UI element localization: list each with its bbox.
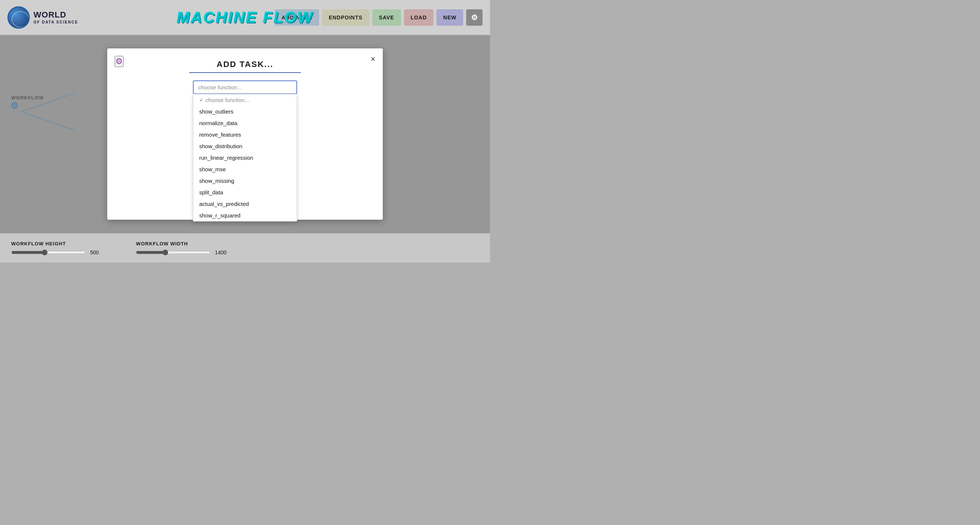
- dropdown-menu: choose function... show_outliers normali…: [193, 94, 297, 221]
- new-button[interactable]: NEW: [436, 9, 463, 26]
- app-title: MACHINE FLOW: [177, 9, 313, 26]
- dropdown-item-show-missing[interactable]: show_missing: [193, 175, 297, 186]
- dropdown-container: choose function... choose function... sh…: [193, 80, 297, 94]
- modal-dialog: ⚙ × ADD TASK... choose function... choos…: [107, 48, 383, 220]
- dropdown-item-normalize-data[interactable]: normalize_data: [193, 117, 297, 129]
- dropdown-item-run-linear-regression[interactable]: run_linear_regression: [193, 152, 297, 164]
- height-slider-row: 500: [11, 250, 99, 255]
- function-select[interactable]: choose function...: [193, 80, 297, 94]
- logo-subtitle: OF DATA SCIENCE: [33, 20, 78, 25]
- header: WORLD OF DATA SCIENCE MACHINE FLOW ADD N…: [0, 0, 490, 35]
- logo-world: WORLD: [33, 10, 78, 20]
- logo-text: WORLD OF DATA SCIENCE: [33, 10, 78, 24]
- endpoints-button[interactable]: ENDPOINTS: [322, 9, 369, 26]
- dropdown-item-placeholder[interactable]: choose function...: [193, 94, 297, 106]
- placeholder-text: choose function...: [205, 97, 250, 103]
- dropdown-item-show-outliers[interactable]: show_outliers: [193, 106, 297, 117]
- modal-gear-icon: ⚙: [115, 57, 123, 66]
- width-slider-row: 1400: [136, 250, 226, 255]
- width-slider[interactable]: [136, 250, 210, 255]
- logo-globe-icon: [8, 6, 30, 29]
- height-slider-group: WORKFLOW HEIGHT 500: [11, 241, 99, 255]
- width-value: 1400: [215, 250, 226, 255]
- logo-area: WORLD OF DATA SCIENCE: [8, 6, 78, 29]
- dropdown-item-remove-features[interactable]: remove_features: [193, 129, 297, 140]
- height-label: WORKFLOW HEIGHT: [11, 241, 99, 247]
- gear-icon: ⚙: [471, 13, 478, 22]
- settings-button[interactable]: ⚙: [466, 9, 482, 26]
- width-slider-group: WORKFLOW WIDTH 1400: [136, 241, 226, 255]
- canvas-area: WORKFLOW ⚙ × ADD TASK... choose function…: [0, 35, 490, 233]
- bottom-bar: WORKFLOW HEIGHT 500 WORKFLOW WIDTH 1400: [0, 233, 490, 262]
- height-value: 500: [90, 250, 99, 255]
- load-button[interactable]: LOAD: [404, 9, 434, 26]
- dropdown-item-split-data[interactable]: split_data: [193, 186, 297, 198]
- dropdown-item-actual-vs-predicted[interactable]: actual_vs_predicted: [193, 198, 297, 210]
- modal-title: ADD TASK...: [189, 60, 301, 73]
- save-button[interactable]: SAVE: [372, 9, 401, 26]
- modal-gear-button[interactable]: ⚙: [115, 56, 124, 67]
- modal-close-button[interactable]: ×: [371, 54, 375, 64]
- height-slider[interactable]: [11, 250, 86, 255]
- dropdown-item-show-distribution[interactable]: show_distribution: [193, 140, 297, 152]
- dropdown-item-show-mse[interactable]: show_mse: [193, 164, 297, 175]
- dropdown-item-show-r-squared[interactable]: show_r_squared: [193, 210, 297, 221]
- modal-overlay: ⚙ × ADD TASK... choose function... choos…: [0, 35, 490, 233]
- width-label: WORKFLOW WIDTH: [136, 241, 226, 247]
- close-icon: ×: [371, 54, 375, 64]
